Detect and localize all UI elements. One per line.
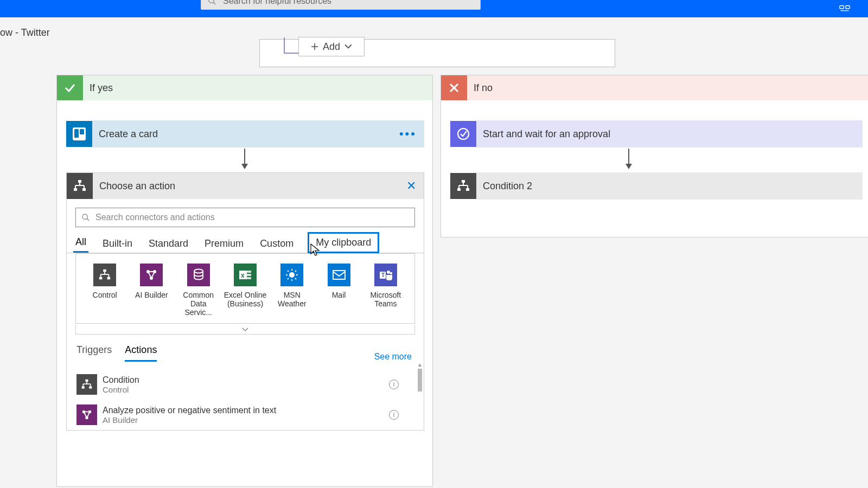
- condition2-action[interactable]: Condition 2: [450, 172, 863, 200]
- svg-rect-45: [247, 271, 251, 273]
- svg-rect-35: [107, 277, 111, 280]
- svg-line-28: [87, 219, 89, 221]
- card-menu-button[interactable]: •••: [399, 127, 417, 141]
- connector-label: AI Builder: [135, 291, 168, 299]
- svg-line-54: [295, 278, 296, 279]
- breadcrumb: ow - Twitter: [0, 27, 50, 38]
- svg-point-48: [289, 272, 295, 278]
- teams-icon: T: [374, 264, 397, 286]
- tab-all[interactable]: All: [73, 233, 88, 253]
- svg-rect-3: [846, 6, 850, 9]
- connector-msn-weather[interactable]: MSN Weather: [270, 264, 314, 317]
- weather-icon: [280, 264, 303, 286]
- svg-line-53: [288, 271, 289, 272]
- flow-arrow-icon: [628, 149, 629, 168]
- action-title: Condition: [103, 375, 139, 385]
- expand-connectors-button[interactable]: [75, 325, 415, 335]
- connector-cds[interactable]: Common Data Servic...: [176, 264, 221, 317]
- svg-line-74: [87, 412, 90, 418]
- info-icon[interactable]: i: [389, 380, 399, 389]
- search-icon: [208, 0, 216, 5]
- action-search-input[interactable]: Search connectors and actions: [75, 208, 415, 227]
- svg-rect-2: [840, 6, 844, 9]
- header-icon[interactable]: [839, 3, 851, 14]
- choose-action-panel: Choose an action ✕ Search connectors and…: [66, 172, 424, 431]
- connector-label: Excel Online (Business): [223, 291, 267, 308]
- svg-line-55: [295, 271, 296, 272]
- svg-rect-62: [85, 380, 88, 382]
- tab-my-clipboard[interactable]: My clipboard: [308, 232, 379, 253]
- see-more-link[interactable]: See more: [374, 352, 412, 362]
- if-no-title: If no: [474, 82, 493, 94]
- info-icon[interactable]: i: [389, 410, 399, 420]
- excel-icon: x: [234, 264, 257, 286]
- svg-rect-57: [333, 271, 345, 279]
- svg-point-42: [194, 269, 203, 273]
- svg-line-56: [288, 278, 289, 279]
- scroll-thumb[interactable]: [418, 369, 422, 391]
- tab-premium[interactable]: Premium: [202, 235, 246, 253]
- svg-rect-13: [462, 180, 465, 183]
- scrollbar[interactable]: ▲: [416, 362, 424, 427]
- triggers-actions-tabs: Triggers Actions: [76, 344, 157, 362]
- connector-label: Control: [93, 291, 117, 299]
- svg-text:x: x: [241, 272, 245, 279]
- svg-rect-18: [457, 188, 461, 191]
- connector-control[interactable]: Control: [82, 264, 127, 317]
- x-icon: [441, 75, 467, 100]
- connector-label: MSN Weather: [270, 291, 314, 308]
- svg-rect-26: [82, 188, 86, 191]
- tab-standard[interactable]: Standard: [146, 235, 190, 253]
- svg-rect-10: [74, 129, 79, 138]
- svg-point-61: [390, 272, 392, 274]
- condition2-label: Condition 2: [483, 181, 532, 192]
- choose-action-header: Choose an action ✕: [67, 173, 424, 199]
- mail-icon: [328, 264, 350, 286]
- connector-label: Mail: [332, 291, 346, 299]
- flow-arrow-icon: [244, 149, 245, 168]
- approval-action[interactable]: Start and wait for an approval: [450, 120, 863, 147]
- svg-rect-68: [89, 386, 92, 388]
- choose-action-title: Choose an action: [99, 181, 175, 192]
- control-icon: [76, 374, 97, 395]
- app-top-bar: Search for helpful resources: [0, 0, 868, 17]
- tab-builtin[interactable]: Built-in: [100, 235, 135, 253]
- approval-label: Start and wait for an approval: [483, 129, 610, 140]
- svg-rect-25: [74, 188, 77, 191]
- action-list: ▲ Condition Control i Analyze positive o…: [67, 362, 424, 430]
- trello-icon: [66, 121, 92, 147]
- connector-mail[interactable]: Mail: [317, 264, 361, 317]
- global-search[interactable]: Search for helpful resources: [201, 0, 481, 10]
- svg-rect-46: [247, 274, 251, 276]
- connector-teams[interactable]: T Microsoft Teams: [363, 264, 408, 317]
- search-icon: [81, 213, 90, 222]
- if-no-branch: If no: [441, 75, 868, 237]
- if-yes-header: If yes: [57, 75, 432, 100]
- connector-ai-builder[interactable]: AI Builder: [129, 264, 174, 317]
- create-card-label: Create a card: [99, 129, 158, 140]
- action-item-condition[interactable]: Condition Control i: [76, 369, 414, 400]
- plus-icon: [311, 43, 318, 50]
- tab-actions[interactable]: Actions: [125, 344, 157, 362]
- tab-triggers[interactable]: Triggers: [76, 344, 112, 362]
- ai-builder-icon: [140, 264, 163, 286]
- connector-tabs: All Built-in Standard Premium Custom My …: [67, 227, 424, 253]
- svg-rect-34: [99, 277, 103, 280]
- svg-text:T: T: [381, 272, 385, 278]
- connector-excel[interactable]: x Excel Online (Business): [223, 264, 267, 317]
- close-icon[interactable]: ✕: [406, 179, 416, 193]
- check-icon: [57, 75, 83, 100]
- svg-point-27: [82, 214, 87, 219]
- control-icon: [93, 264, 116, 286]
- svg-rect-67: [82, 386, 85, 388]
- connector-label: Common Data Servic...: [176, 291, 221, 317]
- connector-grid: Control AI Builder Common Data Servic...…: [75, 253, 415, 324]
- scroll-up-icon[interactable]: ▲: [416, 362, 424, 368]
- action-item-sentiment[interactable]: Analyze positive or negative sentiment i…: [76, 400, 414, 430]
- create-card-action[interactable]: Create a card •••: [66, 120, 424, 147]
- svg-rect-47: [247, 277, 251, 279]
- tab-custom[interactable]: Custom: [258, 235, 296, 253]
- control-icon: [67, 173, 93, 199]
- chevron-down-icon: [344, 43, 352, 50]
- add-button[interactable]: Add: [298, 37, 365, 56]
